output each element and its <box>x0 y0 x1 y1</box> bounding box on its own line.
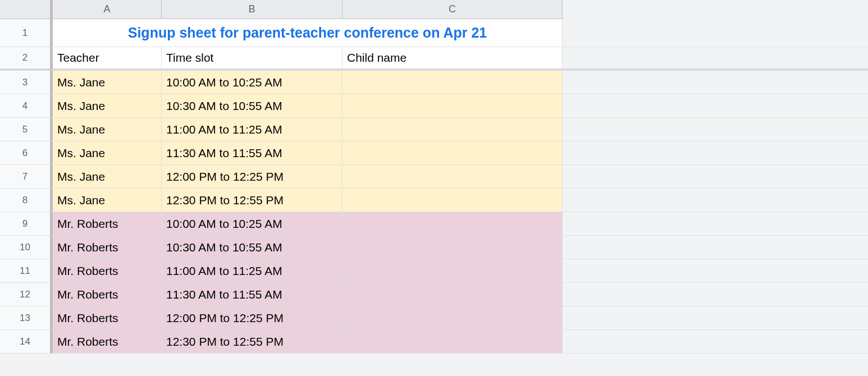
row-header-3[interactable]: 3 <box>0 71 51 94</box>
empty-right-8 <box>563 189 868 212</box>
row-header-13[interactable]: 13 <box>0 306 51 330</box>
col-header-a[interactable]: A <box>51 0 162 19</box>
row-header-2[interactable]: 2 <box>0 47 51 71</box>
cell-c14[interactable] <box>342 330 563 354</box>
title-cell[interactable]: Signup sheet for parent-teacher conferen… <box>51 19 563 47</box>
row-header-5[interactable]: 5 <box>0 118 51 141</box>
cell-a6[interactable]: Ms. Jane <box>51 141 162 165</box>
empty-right-2 <box>563 47 868 71</box>
cell-a12[interactable]: Mr. Roberts <box>51 283 162 306</box>
row-header-11[interactable]: 11 <box>0 259 51 283</box>
corner-cell[interactable] <box>0 0 51 19</box>
cell-a9[interactable]: Mr. Roberts <box>51 212 162 236</box>
cell-a7[interactable]: Ms. Jane <box>51 165 162 189</box>
cell-b5[interactable]: 11:00 AM to 11:25 AM <box>162 118 342 141</box>
col-header-c[interactable]: C <box>342 0 563 19</box>
cell-c5[interactable] <box>342 118 563 141</box>
cell-b14[interactable]: 12:30 PM to 12:55 PM <box>162 330 342 354</box>
row-header-9[interactable]: 9 <box>0 212 51 236</box>
cell-c9[interactable] <box>342 212 563 236</box>
empty-right-5 <box>563 118 868 141</box>
row-header-12[interactable]: 12 <box>0 283 51 306</box>
cell-c3[interactable] <box>342 71 563 94</box>
empty-right-11 <box>563 259 868 283</box>
cell-a13[interactable]: Mr. Roberts <box>51 306 162 330</box>
empty-header-right <box>563 0 868 19</box>
cell-a8[interactable]: Ms. Jane <box>51 189 162 212</box>
row-header-6[interactable]: 6 <box>0 141 51 165</box>
cell-a3[interactable]: Ms. Jane <box>51 71 162 94</box>
cell-b11[interactable]: 11:00 AM to 11:25 AM <box>162 259 342 283</box>
cell-c10[interactable] <box>342 236 563 259</box>
empty-right-9 <box>563 212 868 236</box>
empty-right-3 <box>563 71 868 94</box>
cell-a5[interactable]: Ms. Jane <box>51 118 162 141</box>
cell-c6[interactable] <box>342 141 563 165</box>
spreadsheet-grid: A B C 1 Signup sheet for parent-teacher … <box>0 0 868 354</box>
cell-b9[interactable]: 10:00 AM to 10:25 AM <box>162 212 342 236</box>
cell-b8[interactable]: 12:30 PM to 12:55 PM <box>162 189 342 212</box>
empty-right-6 <box>563 141 868 165</box>
cell-c4[interactable] <box>342 94 563 118</box>
row-header-1[interactable]: 1 <box>0 19 51 47</box>
empty-right-13 <box>563 306 868 330</box>
row-header-8[interactable]: 8 <box>0 189 51 212</box>
cell-c12[interactable] <box>342 283 563 306</box>
cell-c7[interactable] <box>342 165 563 189</box>
empty-right-12 <box>563 283 868 306</box>
cell-b4[interactable]: 10:30 AM to 10:55 AM <box>162 94 342 118</box>
empty-right-1 <box>563 19 868 47</box>
cell-b13[interactable]: 12:00 PM to 12:25 PM <box>162 306 342 330</box>
cell-c13[interactable] <box>342 306 563 330</box>
row-header-4[interactable]: 4 <box>0 94 51 118</box>
col-header-b[interactable]: B <box>162 0 342 19</box>
empty-right-10 <box>563 236 868 259</box>
cell-b2[interactable]: Time slot <box>162 47 342 71</box>
cell-c11[interactable] <box>342 259 563 283</box>
cell-c2[interactable]: Child name <box>342 47 563 71</box>
cell-b10[interactable]: 10:30 AM to 10:55 AM <box>162 236 342 259</box>
cell-b6[interactable]: 11:30 AM to 11:55 AM <box>162 141 342 165</box>
cell-b3[interactable]: 10:00 AM to 10:25 AM <box>162 71 342 94</box>
cell-a11[interactable]: Mr. Roberts <box>51 259 162 283</box>
empty-right-14 <box>563 330 868 354</box>
empty-right-7 <box>563 165 868 189</box>
row-header-10[interactable]: 10 <box>0 236 51 259</box>
row-header-14[interactable]: 14 <box>0 330 51 354</box>
cell-a10[interactable]: Mr. Roberts <box>51 236 162 259</box>
cell-a14[interactable]: Mr. Roberts <box>51 330 162 354</box>
cell-a4[interactable]: Ms. Jane <box>51 94 162 118</box>
empty-right-4 <box>563 94 868 118</box>
row-header-7[interactable]: 7 <box>0 165 51 189</box>
cell-b7[interactable]: 12:00 PM to 12:25 PM <box>162 165 342 189</box>
cell-b12[interactable]: 11:30 AM to 11:55 AM <box>162 283 342 306</box>
cell-c8[interactable] <box>342 189 563 212</box>
cell-a2[interactable]: Teacher <box>51 47 162 71</box>
